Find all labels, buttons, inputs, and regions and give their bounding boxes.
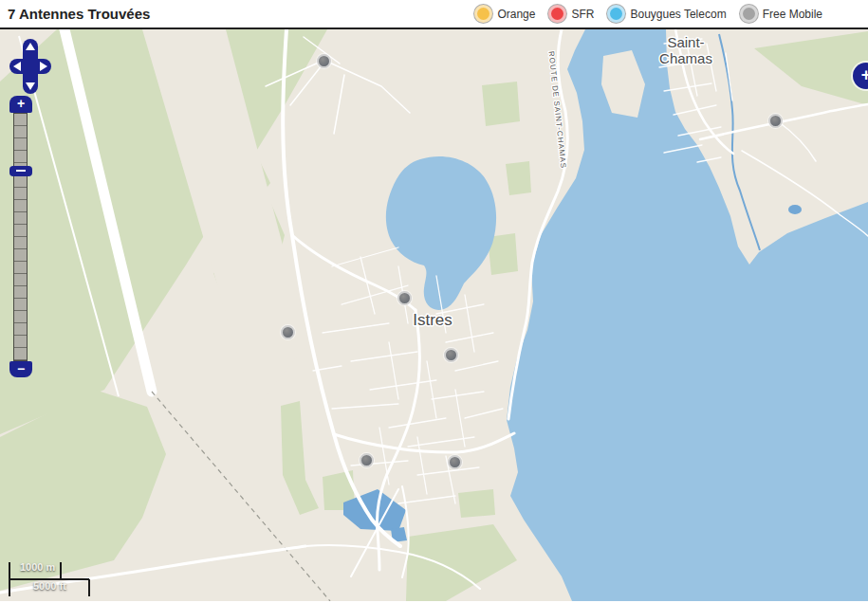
pan-down-button[interactable] [25, 81, 36, 92]
legend-item-label: SFR [571, 8, 594, 21]
carrier-color-dot [551, 8, 563, 20]
zoom-out-button[interactable]: − [9, 361, 32, 377]
arrow-down-icon [26, 82, 35, 90]
legend-item-label: Free Mobile [763, 8, 822, 21]
antenna-marker[interactable] [360, 453, 374, 467]
town-label-line2: Chamas [659, 50, 712, 66]
zoom-in-button[interactable]: + [9, 96, 32, 113]
arrow-left-icon [13, 62, 21, 71]
antenna-marker[interactable] [444, 348, 458, 362]
pan-up-button[interactable] [25, 41, 36, 52]
carrier-legend: Orange SFR Bouygues Telecom Free Mobile [477, 8, 822, 21]
legend-item[interactable]: SFR [551, 8, 594, 21]
legend-item-label: Bouygues Telecom [630, 8, 726, 21]
carrier-color-dot [743, 8, 755, 20]
arrow-right-icon [40, 62, 47, 71]
map-canvas[interactable]: Istres Saint- Chamas ROUTE DE SAINT-CHAM… [0, 29, 868, 601]
zoom-handle[interactable] [9, 166, 32, 176]
page-title: 7 Antennes Trouvées [8, 6, 150, 22]
antenna-marker[interactable] [281, 325, 295, 339]
legend-item-label: Orange [497, 8, 535, 21]
antenna-marker[interactable] [317, 54, 331, 68]
pan-right-button[interactable] [38, 61, 49, 72]
arrow-up-icon [26, 43, 35, 50]
city-label: Istres [413, 311, 452, 329]
antenna-marker[interactable] [448, 455, 462, 469]
zoom-track[interactable] [13, 113, 28, 361]
legend-item[interactable]: Orange [477, 8, 535, 21]
town-label-line1: Saint- [667, 34, 704, 50]
antenna-marker[interactable] [768, 114, 783, 128]
carrier-color-dot [610, 8, 622, 20]
carrier-color-dot [477, 8, 489, 20]
header: 7 Antennes Trouvées Orange SFR Bouygues … [0, 0, 868, 29]
legend-item[interactable]: Bouygues Telecom [610, 8, 726, 21]
pan-left-button[interactable] [11, 61, 23, 72]
antenna-marker[interactable] [397, 291, 412, 305]
legend-item[interactable]: Free Mobile [743, 8, 822, 21]
map-svg: Istres Saint- Chamas ROUTE DE SAINT-CHAM… [0, 29, 868, 601]
pan-control [9, 39, 51, 94]
zoom-slider: + − [9, 96, 32, 377]
